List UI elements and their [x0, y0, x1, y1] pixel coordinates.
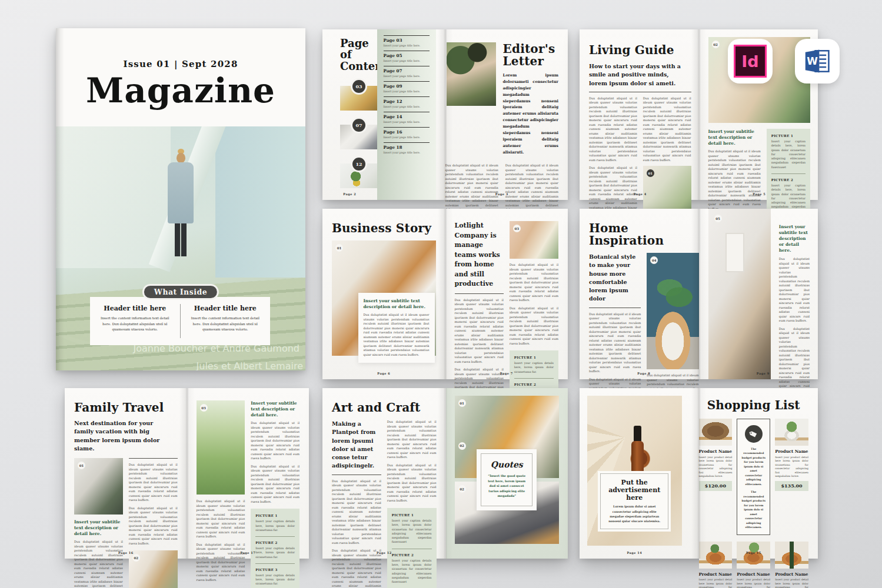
price-tag: $135.00	[775, 481, 808, 491]
toc-item: Page 09Insert your page title here.	[384, 81, 430, 93]
photo-number-badge: 01	[647, 169, 654, 177]
body-text: Dux doluptatint aliquid ut il ideum quas…	[510, 306, 558, 346]
quote-title: Quotes	[485, 460, 528, 469]
article-subtitle: Botanical style to make your house more …	[589, 253, 641, 303]
cover-caption-line: Jules et Albert Lemaire L	[197, 360, 305, 370]
contents-title: Page of Contents	[340, 38, 382, 72]
body-text: Dux doluptatint aliquid ut il ideum quas…	[129, 506, 178, 546]
advertisement-box: Put the advertisement here Lorem ipsum d…	[600, 473, 668, 529]
editor-letter-page: Editor's Letter Lorem ipsum dolorsameti …	[436, 29, 568, 200]
toc-item: Page 14Insert your page title here.	[384, 112, 430, 123]
section-subtitle: Insert your subtitle text description or…	[74, 519, 123, 537]
body-text: Dux doluptatint aliquid ut il ideum quas…	[129, 463, 178, 503]
body-text: Dux doluptatint aliquid ut il ideum quas…	[589, 312, 641, 374]
photo-number-badge: 05	[714, 215, 722, 222]
word-logo-icon: W	[801, 45, 833, 77]
business-story-spread: Business Story 01 Insert your subtitle t…	[322, 209, 568, 379]
cover-title: Magazine	[56, 71, 305, 111]
article-title: Art and Craft	[332, 402, 437, 414]
bottle-cap	[634, 426, 641, 442]
vase-photo: 04	[647, 253, 698, 369]
what-inside-badge: What Inside	[142, 284, 219, 300]
cover-info-col: Header title here Insert the content inf…	[181, 297, 271, 345]
body-text: Dux doluptatint aliquid ut il ideum quas…	[708, 149, 761, 211]
body-text: Dux doluptatint aliquid ut il ideum quas…	[455, 298, 504, 365]
home-inspiration-left-page: Home Inspiration Botanical style to make…	[580, 209, 708, 379]
product-photo-pot	[699, 542, 733, 569]
family-travel-left-page: Family Travel Next destination for your …	[65, 388, 187, 559]
indesign-logo-text: Id	[741, 54, 758, 69]
word-app-icon[interactable]: W	[795, 39, 840, 83]
cover-issue-line: Issue 01 | Sept 2028	[56, 28, 305, 69]
article-subtitle: Making a Plantpot from lorem ipsumi dolo…	[332, 420, 381, 470]
page-footer: Page 14	[580, 551, 690, 554]
business-story-right-page: Lotlight Company is manage teams works f…	[445, 209, 568, 379]
family-travel-spread: Family Travel Next destination for your …	[65, 388, 309, 559]
divider	[589, 92, 691, 92]
section-subtitle: Insert your subtitle text description or…	[779, 224, 810, 253]
product-photo-basket	[699, 419, 733, 446]
toc-item: Page 16Insert your page title here.	[384, 127, 430, 139]
page-footer: Page 9	[708, 372, 818, 375]
body-text: Dux doluptatint aliquid ut il ideum quas…	[332, 549, 381, 588]
photo-number-badge: 01	[458, 399, 466, 407]
bottle-photo: Put the advertisement here Lorem ipsum d…	[587, 396, 682, 546]
cover-info-box: Header title here Insert the content inf…	[90, 297, 270, 345]
magazine-cover: Issue 01 | Sept 2028 Magazine Joanne Bou…	[56, 28, 305, 370]
article-headline: Lotlight Company is manage teams works f…	[455, 221, 504, 289]
product-card: Product Name Insert your product detail …	[699, 419, 733, 535]
living-guide-left-page: Living Guide How to start your days with…	[580, 29, 701, 200]
page-footer: Page 4	[580, 192, 701, 196]
product-photo-snake-plant	[775, 542, 808, 569]
page-footer: Page 7	[445, 372, 568, 375]
contents-page: Page of Contents 03 07 12 Page 03Insert …	[322, 29, 436, 200]
template-preview-canvas: Issue 01 | Sept 2028 Magazine Joanne Bou…	[0, 0, 882, 588]
body-text: Dux doluptatint aliquid ut il ideum quas…	[197, 499, 245, 539]
product-card: Product Name Insert your product detail …	[737, 542, 770, 588]
photo-number-badge: 03	[200, 404, 208, 412]
art-craft-left-page: Art and Craft Making a Plantpot from lor…	[322, 388, 446, 559]
picnic-photo: 03	[197, 400, 245, 495]
svg-text:W: W	[807, 55, 818, 67]
page-footer: Page 3	[436, 192, 568, 196]
divider	[129, 458, 178, 459]
toc-item: Page 05Insert your page title here.	[384, 51, 430, 62]
header-title: Header title here	[96, 305, 174, 312]
photo-number-badge: 02	[458, 442, 466, 450]
page-footer: Page 12	[322, 551, 446, 554]
page-footer: Page 17	[187, 551, 309, 554]
living-guide-spread: Living Guide How to start your days with…	[580, 29, 818, 200]
shopping-list-spread: Put the advertisement here Lorem ipsum d…	[580, 388, 818, 559]
plant-shop-photo: 02	[129, 550, 178, 588]
cover-photo: Joanne Boucher et André Gaumond Jules et…	[56, 126, 305, 370]
cover-photo-person	[167, 149, 194, 256]
art-craft-spread: Art and Craft Making a Plantpot from lor…	[322, 388, 568, 559]
contents-thumbnail: 07	[340, 125, 381, 149]
overlay-text-box: Insert your subtitle text description or…	[358, 293, 435, 363]
picture-caption-box: PICTURE 1 Insert your caption details he…	[767, 129, 810, 219]
indesign-app-icon[interactable]: Id	[728, 39, 773, 83]
divider	[514, 378, 554, 379]
family-travel-right-page: 03 Dux doluptatint aliquid ut il ideum q…	[187, 388, 309, 559]
body-text: Dux doluptatint aliquid ut il ideum quas…	[779, 327, 810, 393]
section-subtitle: Insert your subtitle text description or…	[364, 298, 430, 310]
header-title: Header title here	[187, 305, 264, 312]
toc-list: Page 03Insert your page title here. Page…	[377, 29, 436, 200]
article-title: Shopping List	[699, 399, 809, 412]
body-text: Dux doluptatint aliquid ut il ideum quas…	[387, 420, 437, 460]
page-footer: Page 8	[580, 372, 708, 375]
product-photo-pot	[737, 542, 770, 569]
photo-number-badge: 04	[650, 256, 658, 264]
header-body: Insert the content information text deta…	[187, 316, 264, 333]
cover-info-col: Header title here Insert the content inf…	[90, 297, 180, 345]
quote-text: “Insert the good quote text here, lorem …	[485, 473, 528, 499]
photo-number-badge: 01	[335, 244, 343, 252]
business-story-left-page: Business Story 01 Insert your subtitle t…	[322, 209, 445, 379]
section-subtitle: Insert your subtitle text description or…	[708, 129, 761, 146]
body-text: Dux doluptatint aliquid ut il ideum quas…	[779, 257, 810, 323]
body-text: Dux doluptatint aliquid ut il ideum quas…	[251, 465, 299, 505]
article-title: Business Story	[332, 222, 436, 235]
living-room-photo: 05	[708, 209, 771, 379]
contents-thumbnail: 12	[340, 163, 381, 188]
product-card: Product Name Insert your product detail …	[699, 542, 733, 588]
